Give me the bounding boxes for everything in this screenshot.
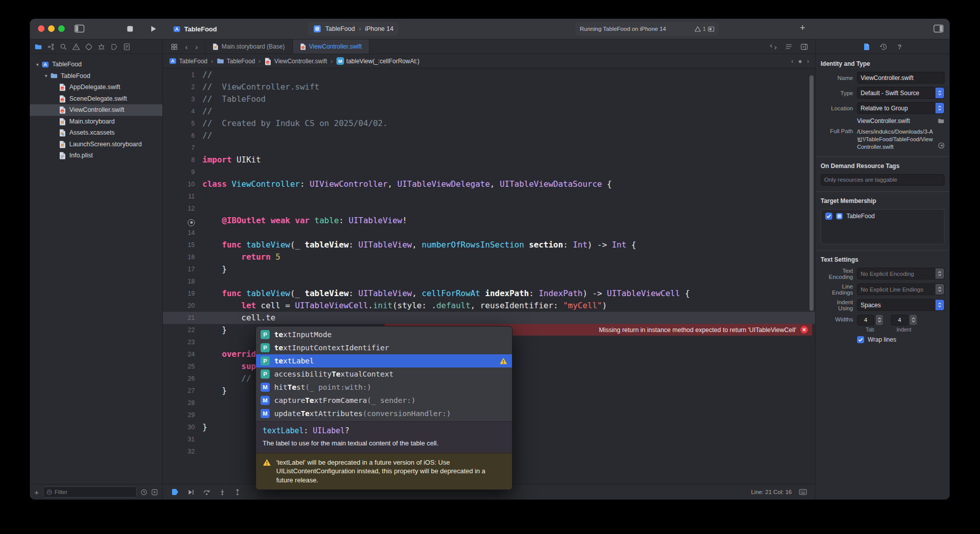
line-number[interactable]: 12 — [163, 202, 198, 215]
code-line-17[interactable]: 17 } — [163, 263, 815, 275]
line-number[interactable]: 21 — [163, 312, 198, 324]
line-number[interactable]: 18 — [163, 275, 198, 287]
folder-icon[interactable] — [938, 118, 945, 124]
code-line-8[interactable]: 8import UIKit — [163, 154, 815, 166]
navigator-item-assets-xcassets[interactable]: Assets.xcassets — [30, 127, 162, 139]
tab-width-field[interactable]: 4 — [857, 315, 874, 325]
line-number[interactable]: 8 — [163, 154, 198, 166]
line-number[interactable]: 28 — [163, 397, 198, 409]
line-number[interactable]: 10 — [163, 178, 198, 190]
line-number[interactable]: 2 — [163, 81, 198, 93]
close-window-button[interactable] — [38, 25, 45, 32]
quick-help-inspector-tab[interactable]: ? — [898, 43, 902, 51]
line-number[interactable]: 16 — [163, 251, 198, 263]
test-navigator-tab[interactable] — [85, 43, 93, 51]
iboutlet-gutter[interactable] — [163, 215, 198, 227]
step-over-button[interactable] — [203, 489, 210, 496]
run-button[interactable] — [149, 25, 157, 33]
next-issue-button[interactable]: › — [807, 58, 809, 65]
breakpoint-navigator-tab[interactable] — [110, 43, 118, 51]
navigator-item-appdelegate-swift[interactable]: AppDelegate.swift — [30, 81, 162, 93]
line-number[interactable]: 27 — [163, 385, 198, 397]
reveal-arrow-icon[interactable] — [938, 142, 945, 151]
code-line-6[interactable]: 6// — [163, 130, 815, 142]
navigator-item-scenedelegate-swift[interactable]: SceneDelegate.swift — [30, 93, 162, 105]
code-line-18[interactable]: 18 — [163, 275, 815, 287]
find-navigator-tab[interactable] — [60, 43, 67, 51]
new-tab-button[interactable]: + — [800, 23, 805, 33]
breakpoints-toggle-button[interactable] — [171, 488, 179, 496]
code-line-4[interactable]: 4// — [163, 105, 815, 117]
completion-item-capturetextfromcamera-sender[interactable]: McaptureTextFromCamera(_ sender:) — [256, 394, 512, 407]
scm-status-filter-button[interactable] — [151, 489, 158, 496]
code-review-button[interactable] — [770, 44, 777, 50]
navigator-item-main-storyboard[interactable]: Main.storyboard — [30, 116, 162, 128]
indent-width-field[interactable]: 4 — [891, 315, 908, 325]
completion-item-textinputcontextidentifier[interactable]: PtextInputContextIdentifier — [256, 341, 512, 354]
code-line-9[interactable]: 9 — [163, 166, 815, 178]
report-navigator-tab[interactable] — [123, 43, 131, 51]
line-number[interactable]: 14 — [163, 227, 198, 239]
line-number[interactable]: 30 — [163, 421, 198, 433]
code-line-20[interactable]: 20 let cell = UITableViewCell.init(style… — [163, 300, 815, 312]
project-navigator-tab[interactable] — [34, 43, 42, 51]
type-dropdown[interactable]: Default - Swift Source — [857, 87, 945, 99]
line-number[interactable]: 7 — [163, 142, 198, 154]
window-project-chip[interactable]: TableFood — [173, 19, 217, 39]
completion-item-textinputmode[interactable]: PtextInputMode — [256, 328, 512, 341]
history-inspector-tab[interactable] — [880, 43, 887, 51]
line-number[interactable]: 22 — [163, 324, 198, 336]
editor-scrollbar[interactable] — [809, 75, 814, 311]
line-number[interactable]: 25 — [163, 360, 198, 373]
navigator-item-tablefood[interactable]: ▾TableFood — [30, 59, 162, 70]
line-number[interactable]: 5 — [163, 117, 198, 130]
line-number[interactable]: 20 — [163, 300, 198, 312]
target-membership-row[interactable]: TableFood — [825, 213, 940, 220]
line-number[interactable]: 11 — [163, 190, 198, 202]
line-number[interactable]: 26 — [163, 373, 198, 385]
filter-input[interactable]: Filter — [43, 486, 137, 498]
scheme-selector[interactable]: TableFood › iPhone 14 — [308, 22, 399, 35]
forward-button[interactable]: › — [195, 43, 198, 51]
checkbox-checked-icon[interactable] — [857, 336, 864, 343]
line-number[interactable]: 23 — [163, 336, 198, 348]
editor-tab-main-storyboard-base[interactable]: Main.storyboard (Base) — [205, 39, 292, 54]
navigator-item-viewcontroller-swift[interactable]: ViewController.swift — [30, 104, 162, 116]
code-line-12[interactable]: 12 — [163, 202, 815, 215]
code-line-5[interactable]: 5// Created by Induk CS on 2025/04/02. — [163, 117, 815, 130]
name-field[interactable]: ViewController.swift — [857, 72, 945, 84]
step-into-button[interactable] — [219, 489, 226, 496]
code-line-16[interactable]: 16 return 5 — [163, 251, 815, 263]
code-line-11[interactable]: 11 — [163, 190, 815, 202]
code-line-3[interactable]: 3// TableFood — [163, 93, 815, 105]
indent-using-dropdown[interactable]: Spaces — [857, 299, 945, 311]
previous-issue-button[interactable]: ‹ — [791, 58, 793, 65]
code-line-13[interactable]: @IBOutlet weak var table: UITableView! — [163, 215, 815, 227]
navigator-item-info-plist[interactable]: Info.plist — [30, 150, 162, 161]
zoom-window-button[interactable] — [58, 25, 65, 32]
code-line-10[interactable]: 10class ViewController: UIViewController… — [163, 178, 815, 190]
issue-navigator-tab[interactable] — [72, 43, 80, 51]
wrap-lines-row[interactable]: Wrap lines — [857, 336, 945, 343]
completion-item-accessibilitytextualcontext[interactable]: PaccessibilityTextualContext — [256, 367, 512, 381]
odr-tags-field[interactable]: Only resources are taggable — [821, 174, 945, 186]
activity-status-view[interactable]: Running TableFood on iPhone 14 1 — [575, 22, 719, 35]
line-number[interactable]: 1 — [163, 69, 198, 81]
breadcrumb-item-tablefood[interactable]: TableFood — [217, 57, 255, 65]
line-number[interactable]: 4 — [163, 105, 198, 117]
toggle-navigator-button[interactable] — [74, 24, 84, 33]
back-button[interactable]: ‹ — [185, 43, 188, 51]
completion-item-hittest-point-with[interactable]: MhitTest(_ point:with:) — [256, 381, 512, 394]
code-line-1[interactable]: 1// — [163, 69, 815, 81]
breadcrumb-item-viewcontroller-swift[interactable]: ViewController.swift — [264, 57, 327, 65]
location-dropdown[interactable]: Relative to Group — [857, 102, 945, 114]
breadcrumb-item-tableview-cellforrowat[interactable]: MtableView(_:cellForRowAt:) — [336, 57, 420, 65]
line-number[interactable]: 19 — [163, 287, 198, 300]
iboutlet-connection-icon[interactable] — [188, 219, 195, 226]
editor-tab-viewcontroller-swift[interactable]: ViewController.swift — [292, 39, 369, 54]
add-file-button[interactable]: + — [34, 488, 39, 497]
file-inspector-tab[interactable] — [864, 43, 870, 51]
line-number[interactable]: 32 — [163, 445, 198, 458]
checkbox-checked-icon[interactable] — [825, 213, 832, 220]
line-number[interactable]: 9 — [163, 166, 198, 178]
